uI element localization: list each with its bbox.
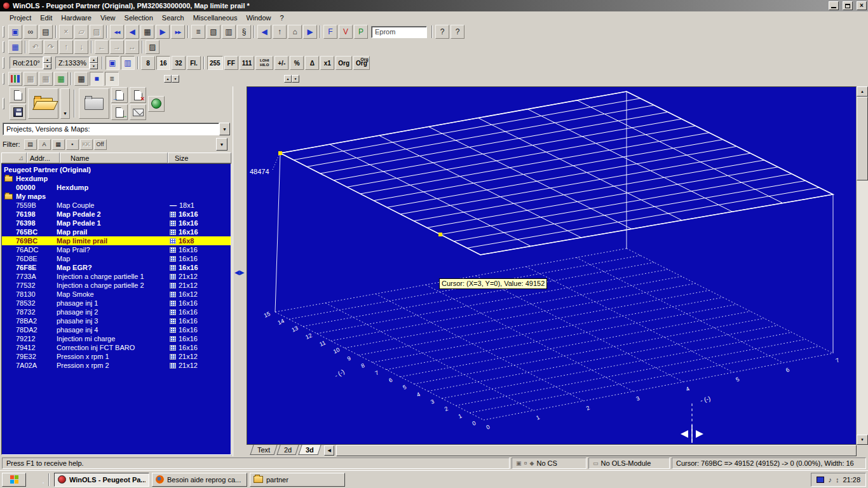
spin-down-icon[interactable]: ▼: [292, 75, 299, 83]
spin-down-icon[interactable]: ▼: [172, 75, 179, 83]
tree-map-row[interactable]: 00000Hexdump: [2, 183, 231, 192]
width-16-button[interactable]: 16: [156, 56, 170, 70]
byte-order-button[interactable]: LOHI HILO: [255, 56, 273, 70]
export-web-button[interactable]: [148, 96, 165, 112]
map-statistics-button[interactable]: [8, 72, 22, 86]
tree-map-row[interactable]: 78DA2phasage inj 416x16: [2, 325, 231, 334]
hexdump-table-button[interactable]: ▦: [140, 25, 154, 39]
addr-column-header[interactable]: Addr...: [27, 152, 60, 163]
width-8-button[interactable]: 8: [141, 56, 155, 70]
horizontal-scroll-thumb[interactable]: [336, 445, 857, 456]
menu-edit[interactable]: Edit: [36, 13, 57, 23]
filter-off-button[interactable]: Off: [94, 139, 107, 150]
vertical-scrollbar[interactable]: ▲ ▼: [857, 86, 868, 445]
open-project-dropdown-button[interactable]: ▼: [60, 88, 70, 119]
view-3d-button[interactable]: ▥: [121, 56, 135, 70]
context-help-button[interactable]: ?: [451, 25, 465, 39]
original-compare-button[interactable]: Org Org: [353, 56, 370, 70]
filter-name-button[interactable]: A: [38, 139, 51, 150]
vertical-scroll-thumb[interactable]: [857, 97, 868, 180]
open-project-button[interactable]: [28, 88, 58, 119]
nav-next-button[interactable]: ▶: [156, 25, 170, 39]
redo-button[interactable]: ↷: [44, 40, 58, 54]
eprom-field[interactable]: Eprom: [371, 26, 427, 38]
menu-help[interactable]: ?: [276, 13, 288, 23]
radix-255-button[interactable]: 255: [207, 56, 223, 70]
close-button[interactable]: ×: [857, 1, 867, 10]
toolbar-handle[interactable]: [3, 57, 4, 69]
menu-window[interactable]: Window: [241, 13, 275, 23]
save-project-button[interactable]: [10, 104, 26, 120]
checksum-v-button[interactable]: V: [339, 25, 353, 39]
map-tree[interactable]: Peugeot Partner (Original)Hexdump00000He…: [1, 163, 231, 455]
move-up-button[interactable]: ↑: [59, 40, 73, 54]
tab-2d[interactable]: 2d: [277, 445, 299, 455]
import-file-button[interactable]: [111, 87, 128, 103]
toolbar-handle[interactable]: [3, 41, 4, 53]
help-button[interactable]: ?: [435, 25, 449, 39]
compare-scales-button[interactable]: §: [237, 25, 251, 39]
splitter-collapse-icons[interactable]: ◀▶: [234, 269, 244, 276]
window-cascade-button[interactable]: ▣: [8, 25, 22, 39]
vertical-scroll-track[interactable]: [857, 180, 868, 435]
tab-text[interactable]: Text: [250, 445, 277, 455]
width-32-button[interactable]: 32: [172, 56, 186, 70]
selection-fill-button[interactable]: ■: [90, 72, 104, 86]
signed-button[interactable]: +/-: [275, 56, 288, 70]
filter-type-button[interactable]: ▦: [52, 139, 65, 150]
tree-folder-row[interactable]: Hexdump: [2, 174, 231, 183]
horizontal-scrollbar[interactable]: [336, 445, 857, 456]
menu-selection[interactable]: Selection: [120, 13, 158, 23]
filter-text-button[interactable]: ▤: [24, 139, 37, 150]
name-column-header[interactable]: Name: [60, 152, 168, 163]
menu-search[interactable]: Search: [158, 13, 189, 23]
binoculars-button[interactable]: ∞: [24, 25, 37, 39]
import-project-button[interactable]: [79, 88, 109, 119]
nav-last-button[interactable]: ▶▶: [171, 25, 185, 39]
difference-button[interactable]: Δ: [305, 56, 319, 70]
taskbar-task-firefox[interactable]: Besoin aide reprog ca...: [152, 473, 247, 487]
tree-map-row[interactable]: 76398Map Pedale 116x16: [2, 219, 231, 227]
filter-size-button[interactable]: ▪: [66, 139, 79, 150]
combo-dropdown-button[interactable]: ▼: [219, 123, 230, 135]
tree-map-row[interactable]: 78130Map Smoke16x12: [2, 290, 231, 299]
zoom-selection-button[interactable]: ▧: [207, 25, 220, 39]
taskbar-task-folder[interactable]: partner: [250, 473, 345, 487]
map-tool-disabled-1-button[interactable]: ▦: [24, 72, 37, 86]
move-down-button[interactable]: ↓: [74, 40, 88, 54]
maximize-button[interactable]: [843, 1, 853, 10]
display-tray-icon[interactable]: [817, 477, 824, 483]
toolbar-handle[interactable]: [3, 73, 4, 85]
map-3d-canvas[interactable]: 48474012345678910111213141501234567- (-)…: [247, 86, 857, 445]
spin-up-icon[interactable]: ▲: [164, 75, 172, 83]
new-version-button[interactable]: [10, 87, 26, 103]
spin-down-icon[interactable]: ▼: [43, 63, 51, 69]
project-properties-button[interactable]: ▦: [8, 40, 22, 54]
pane-spinner-2[interactable]: ▲▼: [284, 75, 299, 83]
checksum-p-button[interactable]: P: [354, 25, 368, 39]
delete-version-button[interactable]: [130, 87, 146, 103]
checksum-f-button[interactable]: F: [323, 25, 337, 39]
tree-map-row[interactable]: 78532phasage inj 116x16: [2, 299, 231, 308]
nav-prev-button[interactable]: ◀: [125, 25, 139, 39]
menu-view[interactable]: View: [96, 13, 120, 23]
tree-map-row[interactable]: 79212Injection mi charge16x16: [2, 334, 231, 343]
map-tool-disabled-2-button[interactable]: ▦: [39, 72, 53, 86]
tree-map-row[interactable]: 76ADCMap Prail?16x16: [2, 245, 231, 254]
tree-map-row[interactable]: 7A02APression x rpm 221x12: [2, 361, 231, 370]
spin-down-icon[interactable]: ▼: [90, 63, 98, 69]
menu-miscellaneous[interactable]: Miscellaneous: [189, 13, 242, 23]
tree-map-row[interactable]: 78732phasage inj 216x16: [2, 308, 231, 316]
swap-button[interactable]: ↔: [125, 40, 139, 54]
projects-versions-maps-combo[interactable]: Projects, Versions & Maps:: [3, 123, 219, 135]
filter-dropdown-button[interactable]: ▼: [216, 138, 227, 151]
zoom-button[interactable]: ▥: [222, 25, 236, 39]
map-table-green-button[interactable]: ▦: [54, 72, 68, 86]
tree-map-row[interactable]: 76198Map Pedale 216x16: [2, 210, 231, 219]
print-button[interactable]: ▤: [39, 25, 53, 39]
rotation-spinner[interactable]: ▲▼: [43, 57, 51, 69]
tree-map-row[interactable]: 78BA2phasahe inj 316x16: [2, 316, 231, 325]
toolbar-handle[interactable]: [3, 98, 4, 109]
tree-map-row[interactable]: 76D8EMap16x16: [2, 254, 231, 263]
taskbar-task-winols[interactable]: WinOLS - Peugeot Pa...: [54, 473, 149, 487]
